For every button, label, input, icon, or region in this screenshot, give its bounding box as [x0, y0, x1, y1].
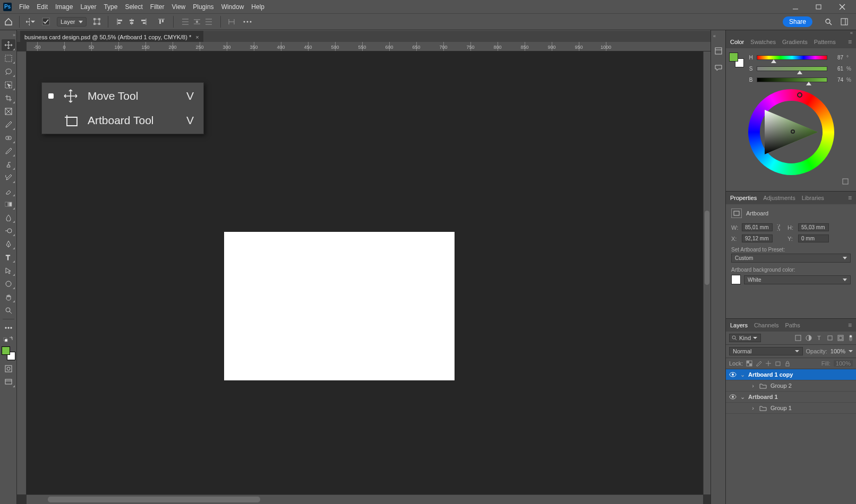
lock-artboard-icon[interactable]	[775, 360, 781, 367]
hue-value[interactable]: 87	[831, 55, 843, 60]
bgcolor-select[interactable]: White	[744, 275, 851, 284]
align-top-icon[interactable]	[156, 16, 167, 27]
comments-icon[interactable]	[714, 63, 723, 73]
fg-color-swatch[interactable]	[729, 53, 738, 62]
hand-tool[interactable]	[2, 291, 15, 303]
tab-adjustments[interactable]: Adjustments	[763, 195, 795, 201]
opacity-value[interactable]: 100%	[831, 348, 845, 354]
lock-move-icon[interactable]	[765, 360, 772, 367]
tab-patterns[interactable]: Patterns	[814, 39, 836, 45]
align-center-h-icon[interactable]	[126, 16, 137, 27]
marquee-tool[interactable]	[2, 53, 15, 64]
distribute-top-icon[interactable]	[180, 16, 191, 27]
minimize-icon[interactable]	[792, 4, 802, 10]
transform-controls-checkbox[interactable]	[92, 16, 102, 27]
distribute-center-v-icon[interactable]	[192, 16, 202, 27]
ruler-horizontal[interactable]: -500501001502002503003504004505005506006…	[27, 42, 711, 51]
panel-menu-icon[interactable]: ≡	[848, 38, 852, 46]
link-wh-icon[interactable]	[776, 224, 784, 231]
healing-brush-tool[interactable]	[2, 132, 15, 144]
layer-filter-kind[interactable]: Kind	[729, 334, 761, 342]
overflow-icon[interactable]	[242, 16, 253, 27]
filter-shape-icon[interactable]	[826, 334, 834, 342]
menu-file[interactable]: File	[19, 3, 29, 11]
type-tool[interactable]: T	[2, 251, 15, 263]
menu-filter[interactable]: Filter	[150, 3, 165, 11]
layer-item-artboard-1-copy[interactable]: ⌄ Artboard 1 copy	[726, 369, 856, 380]
panel-menu-icon[interactable]: ≡	[848, 321, 852, 329]
gradient-tool[interactable]	[2, 198, 15, 210]
tab-paths[interactable]: Paths	[785, 322, 800, 328]
more-align-icon[interactable]	[226, 16, 237, 27]
flyout-artboard-tool[interactable]: Artboard Tool V	[43, 108, 202, 133]
tab-swatches[interactable]: Swatches	[750, 39, 776, 45]
maximize-icon[interactable]	[816, 4, 825, 10]
flyout-move-tool[interactable]: Move Tool V	[43, 84, 202, 108]
tab-color[interactable]: Color	[730, 39, 744, 45]
shape-tool[interactable]	[2, 278, 15, 290]
sat-value[interactable]: 61	[831, 66, 843, 72]
align-left-icon[interactable]	[115, 16, 125, 27]
learn-icon[interactable]	[714, 46, 723, 56]
lock-position-icon[interactable]	[756, 360, 762, 367]
bgcolor-swatch[interactable]	[731, 275, 741, 284]
scrollbar-thumb-v[interactable]	[705, 211, 709, 285]
expand-color-icon[interactable]	[842, 178, 849, 185]
swap-colors-icon[interactable]	[2, 335, 15, 343]
layer-item-group-2[interactable]: › Group 2	[726, 380, 856, 392]
hue-slider[interactable]	[757, 55, 827, 60]
close-icon[interactable]	[839, 4, 849, 10]
move-tool-icon[interactable]	[25, 16, 36, 27]
menu-window[interactable]: Window	[221, 3, 244, 11]
visibility-icon[interactable]	[740, 382, 747, 389]
dodge-tool[interactable]	[2, 225, 15, 237]
scrollbar-horizontal[interactable]	[27, 494, 703, 504]
color-swatch-pair[interactable]	[729, 53, 744, 67]
preset-select[interactable]: Custom	[731, 254, 851, 263]
share-button[interactable]: Share	[783, 16, 812, 27]
eyedropper-tool[interactable]	[2, 119, 15, 131]
expand-icon[interactable]: ›	[750, 383, 756, 389]
lock-pixels-icon[interactable]	[746, 360, 752, 367]
width-value[interactable]: 85,01 mm	[742, 223, 773, 231]
filter-type-icon[interactable]: T	[816, 334, 823, 342]
filter-pixel-icon[interactable]	[794, 334, 802, 342]
triangle-indicator[interactable]	[791, 129, 795, 134]
lock-all-icon[interactable]	[784, 360, 791, 367]
filter-adjustment-icon[interactable]	[805, 334, 812, 342]
layer-item-group-1[interactable]: › Group 1	[726, 403, 856, 414]
filter-toggle-icon[interactable]	[849, 334, 853, 342]
menu-view[interactable]: View	[172, 3, 185, 11]
collapse-strip-icon[interactable]: «	[711, 33, 716, 39]
tab-libraries[interactable]: Libraries	[802, 195, 824, 201]
foreground-color-swatch[interactable]	[2, 346, 10, 355]
move-tool[interactable]	[2, 39, 15, 51]
menu-image[interactable]: Image	[55, 3, 73, 11]
clone-stamp-tool[interactable]	[2, 159, 15, 170]
color-wheel[interactable]	[748, 89, 834, 175]
expand-icon[interactable]: ⌄	[740, 394, 745, 401]
brush-tool[interactable]	[2, 145, 15, 157]
lasso-tool[interactable]	[2, 66, 15, 77]
collapse-panels-icon[interactable]: «	[850, 30, 853, 36]
eraser-tool[interactable]	[2, 185, 15, 197]
menu-type[interactable]: Type	[104, 3, 117, 11]
document-tab[interactable]: business card design.psd @ 50,5% (Artboa…	[20, 31, 203, 42]
chevron-down-icon[interactable]	[849, 350, 853, 352]
artboard[interactable]	[224, 232, 455, 380]
expand-icon[interactable]: ›	[750, 405, 756, 411]
auto-select-mode[interactable]: Layer	[57, 17, 87, 27]
x-value[interactable]: 92,12 mm	[742, 234, 773, 242]
filter-smart-icon[interactable]	[837, 334, 844, 342]
bri-value[interactable]: 74	[831, 77, 843, 83]
object-selection-tool[interactable]	[2, 79, 15, 91]
edit-toolbar-icon[interactable]	[2, 322, 15, 334]
visibility-icon[interactable]	[729, 393, 737, 401]
y-value[interactable]: 0 mm	[798, 234, 829, 242]
tab-gradients[interactable]: Gradients	[782, 39, 808, 45]
zoom-tool[interactable]	[2, 305, 15, 316]
path-selection-tool[interactable]	[2, 265, 15, 276]
menu-plugins[interactable]: Plugins	[193, 3, 213, 11]
brightness-slider[interactable]	[757, 77, 827, 82]
pen-tool[interactable]	[2, 238, 15, 250]
